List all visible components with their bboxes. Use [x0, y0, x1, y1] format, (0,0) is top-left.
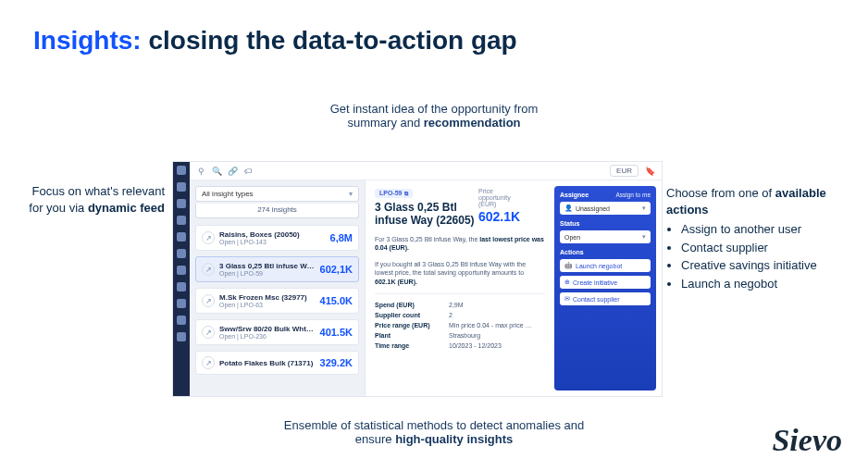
- app-window: ⚲ 🔍 🔗 🏷 EUR 🔖 All insight types ▾ 274 in…: [172, 161, 663, 397]
- toolbar: ⚲ 🔍 🔗 🏷 EUR 🔖: [190, 162, 662, 180]
- title-rest: closing the data-to-action gap: [142, 26, 517, 55]
- opportunity-value-block: Priceopportunity(EUR) 602.1K: [478, 188, 545, 228]
- list-item: Launch a negobot: [681, 276, 851, 292]
- opportunity-value: 602.1K: [478, 209, 545, 224]
- nav-icon[interactable]: [177, 282, 186, 291]
- insight-id-tag[interactable]: LPO-59⧉: [375, 189, 413, 198]
- filter-label: All insight types: [202, 190, 254, 198]
- action-panel: Assignee Assign to me 👤 Unassigned ▾ Sta…: [554, 186, 656, 390]
- trend-icon: ↗: [202, 231, 215, 244]
- insight-card[interactable]: ↗ Raisins, Boxes (20050)Open | LPO-143 6…: [195, 225, 359, 251]
- user-icon: 👤: [564, 205, 573, 212]
- nav-icon[interactable]: [177, 182, 186, 192]
- meta-row: Time range10/2023 - 12/2023: [375, 341, 545, 351]
- bookmark-icon[interactable]: 🔖: [646, 167, 654, 175]
- nav-icon[interactable]: [177, 332, 186, 341]
- plus-icon: ⊕: [564, 279, 570, 286]
- link-icon[interactable]: 🔗: [229, 167, 237, 175]
- nav-icon[interactable]: [177, 216, 186, 225]
- tag-icon[interactable]: 🏷: [244, 167, 253, 175]
- slide-title: Insights: closing the data-to-action gap: [33, 26, 517, 56]
- insight-feed: All insight types ▾ 274 insights ↗ Raisi…: [190, 180, 366, 396]
- insight-title: 3 Glass 0,25 Btlinfuse Way (22605): [375, 201, 475, 228]
- annotation-right: Choose from one of available actions Ass…: [666, 185, 851, 293]
- brand-logo: Sievo: [772, 423, 842, 458]
- list-item: Assign to another user: [681, 221, 851, 238]
- annotation-left: Focus on what's relevant for you via dyn…: [26, 183, 165, 216]
- list-item: Creative savings initiative: [681, 257, 851, 274]
- chevron-down-icon: ▾: [642, 205, 646, 212]
- nav-icon[interactable]: [177, 232, 186, 242]
- status-label: Status: [560, 220, 651, 227]
- meta-row: Price range (EUR)Min price 0.04 - max pr…: [375, 320, 545, 330]
- insight-count: 274 insights: [195, 204, 359, 218]
- chevron-down-icon: ▾: [642, 233, 646, 241]
- insight-type-filter[interactable]: All insight types ▾: [195, 186, 359, 202]
- nav-icon[interactable]: [177, 299, 186, 308]
- search-icon[interactable]: 🔍: [213, 167, 221, 175]
- nav-icon[interactable]: [177, 266, 186, 275]
- trend-icon: ↗: [202, 294, 215, 307]
- nav-icon[interactable]: [177, 166, 186, 175]
- trend-icon: ↗: [202, 326, 215, 339]
- summary-paragraph-2: If you bought all 3 Glass 0,25 Btl infus…: [375, 260, 545, 286]
- filter-icon[interactable]: ⚲: [197, 167, 205, 175]
- insight-card[interactable]: ↗ 3 Glass 0,25 Btl infuse Way (22…Open |…: [195, 256, 359, 282]
- nav-icon[interactable]: [177, 199, 186, 208]
- trend-icon: ↗: [202, 263, 215, 276]
- caption-top: Get instant idea of the opportunity from…: [0, 102, 868, 130]
- insight-card[interactable]: ↗ Potato Flakes Bulk (71371) 329.2K: [195, 351, 359, 375]
- meta-row: PlantStrasbourg: [375, 330, 545, 341]
- insight-detail: LPO-59⧉ 3 Glass 0,25 Btlinfuse Way (2260…: [366, 180, 662, 396]
- meta-row: Spend (EUR)2,9M: [375, 300, 545, 310]
- title-prefix: Insights:: [33, 26, 142, 55]
- assignee-select[interactable]: 👤 Unassigned ▾: [560, 202, 651, 215]
- status-select[interactable]: Open ▾: [560, 230, 651, 243]
- mail-icon: ✉: [564, 295, 570, 303]
- create-initiative-button[interactable]: ⊕Create initiative: [560, 276, 651, 289]
- currency-selector[interactable]: EUR: [610, 165, 639, 177]
- external-link-icon: ⧉: [404, 191, 408, 196]
- insight-card[interactable]: ↗ M.Sk Frozen Msc (32977)Open | LPO-63 4…: [195, 288, 359, 314]
- meta-table: Spend (EUR)2,9M Supplier count2 Price ra…: [375, 293, 545, 351]
- actions-bullet-list: Assign to another user Contact supplier …: [681, 221, 851, 291]
- nav-icon[interactable]: [177, 316, 186, 325]
- assignee-label: Assignee Assign to me: [560, 192, 651, 198]
- caption-bottom: Ensemble of statistical methods to detec…: [0, 418, 868, 446]
- trend-icon: ↗: [202, 356, 215, 369]
- nav-icon[interactable]: [177, 249, 186, 258]
- chevron-down-icon: ▾: [349, 190, 353, 198]
- list-item: Contact supplier: [681, 240, 851, 256]
- meta-row: Supplier count2: [375, 310, 545, 320]
- robot-icon: 🤖: [564, 262, 573, 269]
- summary-paragraph-1: For 3 Glass 0,25 Btl infuse Way, the las…: [375, 235, 545, 253]
- contact-supplier-button[interactable]: ✉Contact supplier: [560, 292, 651, 305]
- insight-card[interactable]: ↗ Sww/Srw 80/20 Bulk Wht. (713…Open | LP…: [195, 319, 359, 345]
- actions-label: Actions: [560, 249, 651, 255]
- nav-sidebar: [173, 162, 190, 396]
- assign-to-me-link[interactable]: Assign to me: [615, 192, 651, 198]
- launch-negobot-button[interactable]: 🤖Launch negobot: [560, 259, 651, 272]
